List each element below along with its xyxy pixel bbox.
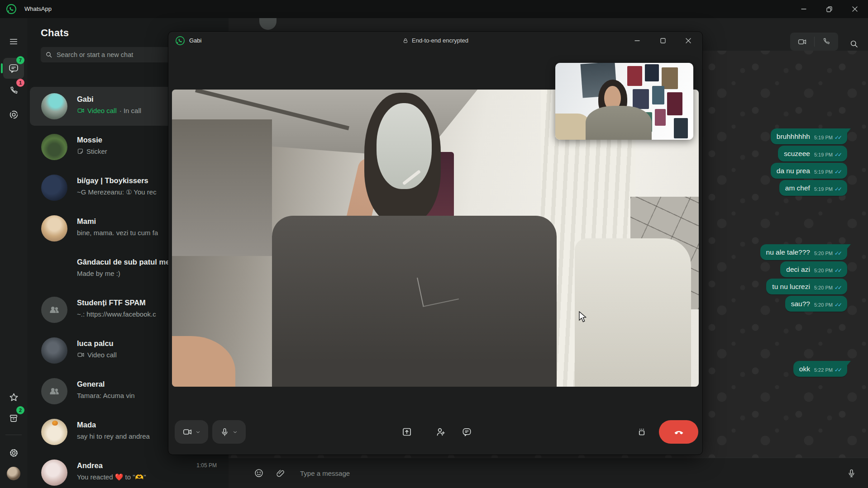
minimize-button[interactable] — [627, 32, 648, 50]
sidebar-item-status[interactable] — [3, 104, 24, 125]
sidebar-item-starred[interactable] — [3, 387, 24, 407]
end-call-button[interactable] — [659, 420, 698, 444]
avatar — [41, 93, 67, 119]
double-check-icon: ✓✓ — [835, 251, 842, 256]
minimize-icon — [634, 38, 640, 43]
outgoing-message[interactable]: nu ale tale??? 5:20 PM✓✓ — [760, 244, 847, 260]
close-button[interactable] — [844, 0, 865, 18]
message-input[interactable] — [300, 469, 836, 477]
chat-name: luca palcu — [77, 339, 114, 348]
minimize-button[interactable] — [793, 0, 814, 18]
avatar — [41, 460, 67, 486]
sidebar-item-settings[interactable] — [3, 442, 24, 463]
chat-name: Andrea — [77, 461, 103, 470]
message-time: 5:20 PM — [814, 251, 833, 256]
whatsapp-logo-icon — [6, 4, 17, 14]
video-call-window: Gabi End-to-end encrypted — [168, 32, 702, 455]
lock-icon — [402, 38, 409, 44]
search-in-chat-button[interactable] — [846, 36, 862, 52]
voice-record-button[interactable] — [844, 466, 858, 480]
app-title: WhatsApp — [24, 5, 52, 12]
message-time: 5:22 PM — [814, 367, 833, 373]
add-participant-button[interactable] — [431, 423, 451, 441]
double-check-icon: ✓✓ — [835, 187, 842, 191]
outgoing-message[interactable]: scuzeee 5:19 PM✓✓ — [778, 146, 847, 161]
chat-list-item-andrea[interactable]: Andrea 1:05 PM You reacted ❤️ to "🫶" — [27, 452, 229, 488]
outgoing-message[interactable]: okk 5:22 PM✓✓ — [793, 361, 847, 377]
self-video-preview[interactable] — [555, 63, 693, 140]
chat-name: Gabi — [77, 95, 94, 104]
status-icon — [9, 109, 19, 120]
layout-icon — [636, 426, 647, 437]
restore-icon — [826, 6, 832, 12]
camera-toggle-button[interactable] — [175, 420, 208, 444]
message-time: 5:19 PM — [814, 169, 833, 175]
contact-avatar — [259, 18, 277, 30]
chat-name: General — [77, 380, 105, 389]
close-icon — [686, 38, 691, 43]
mic-toggle-button[interactable] — [212, 420, 246, 444]
person-torso — [272, 216, 557, 387]
app-titlebar: WhatsApp — [0, 0, 868, 18]
chat-preview: Made by me :) — [77, 270, 120, 277]
outgoing-message[interactable]: am chef 5:19 PM✓✓ — [779, 180, 847, 196]
message-composer — [229, 458, 868, 488]
close-button[interactable] — [678, 32, 699, 50]
mic-icon — [847, 469, 856, 478]
chat-name: Studenți FTF SPAM — [77, 298, 146, 307]
scene-wardrobe — [172, 119, 272, 256]
outgoing-message[interactable]: tu nu lucrezi 5:20 PM✓✓ — [766, 279, 847, 294]
avatar — [41, 419, 67, 445]
message-time: 5:19 PM — [814, 135, 833, 140]
message-time: 5:19 PM — [814, 186, 833, 192]
share-screen-button[interactable] — [397, 423, 417, 441]
attach-button[interactable] — [274, 466, 287, 480]
double-check-icon: ✓✓ — [835, 368, 842, 372]
group-avatar — [41, 297, 67, 323]
sticker-icon — [77, 148, 84, 155]
message-list: bruhhhhhh 5:19 PM✓✓ scuzeee 5:19 PM✓✓ da… — [760, 128, 847, 377]
maximize-icon — [660, 38, 666, 43]
chevron-down-icon[interactable] — [232, 429, 238, 435]
chat-preview: Video call — [77, 351, 117, 359]
chat-timestamp: 1:05 PM — [196, 462, 217, 469]
chevron-down-icon[interactable] — [195, 429, 201, 435]
double-check-icon: ✓✓ — [835, 170, 842, 174]
outgoing-message[interactable]: da nu prea 5:19 PM✓✓ — [771, 163, 847, 179]
person-face — [377, 103, 432, 190]
call-window-titlebar[interactable]: Gabi End-to-end encrypted — [168, 32, 702, 50]
outgoing-message[interactable]: deci azi 5:20 PM✓✓ — [780, 261, 847, 277]
emoji-icon — [254, 468, 264, 478]
profile-avatar[interactable] — [7, 467, 20, 480]
outgoing-message[interactable]: sau?? 5:20 PM✓✓ — [785, 296, 847, 312]
video-call-icon — [77, 107, 85, 114]
change-layout-button[interactable] — [632, 423, 652, 441]
voice-call-button[interactable] — [815, 33, 839, 51]
mic-icon — [220, 427, 229, 437]
emoji-button[interactable] — [252, 466, 266, 480]
end-call-icon — [673, 426, 685, 438]
group-icon — [48, 304, 60, 316]
active-indicator — [1, 63, 3, 73]
archived-icon — [9, 413, 19, 423]
chat-preview: Video call · In call — [77, 107, 141, 114]
voice-call-icon — [822, 38, 830, 46]
double-check-icon: ✓✓ — [835, 268, 842, 273]
video-call-button[interactable] — [790, 33, 814, 51]
video-call-icon — [797, 37, 807, 47]
open-chat-button[interactable] — [457, 423, 477, 441]
chat-preview: Tamara: Acuma vin — [77, 392, 135, 399]
double-check-icon: ✓✓ — [835, 303, 842, 307]
avatar — [41, 337, 67, 364]
chat-name: Gândacul de sub patul me — [77, 258, 170, 266]
message-time: 5:20 PM — [814, 268, 833, 273]
archived-badge: 2 — [16, 406, 24, 414]
search-icon — [45, 51, 52, 58]
close-icon — [852, 6, 858, 12]
self-hoodie — [586, 106, 652, 140]
outgoing-message[interactable]: bruhhhhhh 5:19 PM✓✓ — [771, 128, 847, 144]
restore-button[interactable] — [819, 0, 839, 18]
menu-button[interactable] — [3, 31, 24, 52]
chat-preview: You reacted ❤️ to "🫶" — [77, 473, 146, 481]
maximize-button[interactable] — [653, 32, 673, 50]
